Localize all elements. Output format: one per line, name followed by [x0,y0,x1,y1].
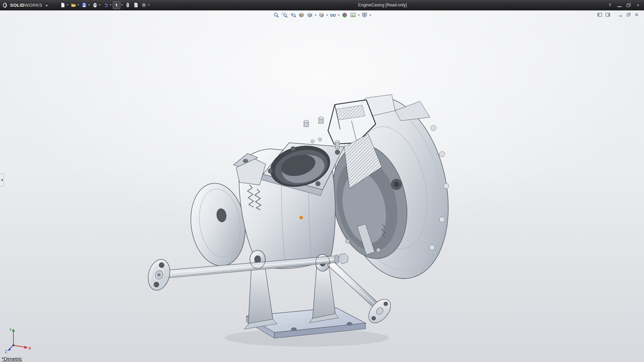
save-icon [82,2,87,8]
dropdown-caret[interactable]: ▾ [77,4,79,6]
dropdown-caret[interactable]: ▾ [315,14,317,17]
close-button[interactable]: × [635,3,641,8]
display-style-button[interactable] [318,11,325,19]
undo-icon [103,2,108,8]
section-view-button[interactable] [298,11,305,19]
menu-expand-arrow[interactable]: ▸ [46,3,48,7]
dropdown-caret[interactable]: ▾ [369,14,372,17]
doc-restore-icon [626,12,631,17]
apply-scene-button[interactable] [349,11,357,19]
reference-triad: Y X Z [5,326,33,353]
pane-right-button[interactable] [605,12,610,17]
file-properties-button[interactable] [132,2,139,9]
view-orientation-cube-icon [307,12,313,18]
dropdown-caret[interactable]: ▾ [147,4,150,6]
dropdown-caret[interactable]: ▾ [358,14,360,17]
edit-appearance-button[interactable] [341,11,348,19]
dropdown-caret[interactable]: ▾ [109,4,112,6]
window-controls: ? × [607,0,641,10]
dropdown-caret[interactable]: ▾ [338,14,340,17]
triad-y-label: Y [9,328,12,332]
rebuild-stoplight-icon [125,2,130,8]
section-view-icon [299,12,305,18]
select-button[interactable] [113,1,120,9]
dropdown-caret[interactable]: ▾ [326,14,328,17]
dropdown-caret[interactable]: ▾ [88,4,90,6]
view-orientation-label: *Dimetric [2,356,22,362]
hide-show-glasses-icon [330,12,336,18]
previous-view-icon [290,12,296,18]
triad-x-label: X [29,346,31,350]
apply-scene-icon [350,12,356,18]
options-button[interactable] [140,2,147,9]
pane-right-icon [605,12,610,17]
doc-restore-button[interactable] [626,12,631,17]
doc-minimize-icon [618,12,623,17]
open-folder-icon [71,2,76,8]
heads-up-view-toolbar: ▾ ▾ ▾ [273,11,372,19]
view-settings-button[interactable] [361,11,368,19]
dassault-logo-icon [3,2,8,8]
app-name: SOLIDWORKS [10,3,42,8]
minimize-button[interactable] [618,3,622,7]
display-style-cube-icon [318,12,324,18]
save-button[interactable] [80,2,88,9]
document-window-controls [597,12,639,17]
zoom-to-area-icon [282,12,288,18]
print-button[interactable] [91,2,98,9]
help-button[interactable]: ? [607,3,612,8]
view-orientation-button[interactable] [306,11,314,19]
zoom-to-fit-icon [273,12,279,18]
view-settings-icon [362,12,368,18]
select-cursor-icon [114,2,119,8]
zoom-to-fit-button[interactable] [273,11,280,19]
featuremanager-collapse-tab[interactable] [0,174,4,186]
undo-button[interactable] [102,2,109,9]
new-document-icon [60,2,65,8]
pane-left-button[interactable] [597,12,602,17]
dropdown-caret[interactable]: ▾ [120,4,123,6]
options-gear-icon [141,2,147,8]
doc-close-icon [634,12,639,17]
dropdown-caret[interactable]: ▾ [98,4,101,6]
previous-view-button[interactable] [289,11,297,19]
pane-left-icon [597,12,602,17]
hide-show-items-button[interactable] [329,11,337,19]
document-title: EngineCasing [Read-only] [358,3,407,7]
graphics-area[interactable]: ▾ ▾ ▾ [0,10,644,362]
edit-appearance-ball-icon [341,12,347,18]
selection-point-marker[interactable] [300,216,303,219]
zoom-to-area-button[interactable] [281,11,288,19]
dropdown-caret[interactable]: ▾ [66,4,69,6]
app-brand: SOLIDWORKS ▸ [0,2,48,8]
open-button[interactable] [70,2,77,9]
engine-casing-model[interactable] [0,10,644,362]
menu-bar-toolbar: ▾ ▾ ▾ [59,1,151,9]
triad-z-label: Z [5,350,7,353]
print-icon [92,2,98,8]
new-document-button[interactable] [59,2,66,9]
restore-button[interactable] [627,3,630,7]
rebuild-button[interactable] [124,2,131,9]
doc-close-button[interactable] [634,12,639,17]
titlebar: SOLIDWORKS ▸ ▾ ▾ [0,0,644,10]
doc-minimize-button[interactable] [618,12,623,17]
file-properties-icon [133,2,139,8]
